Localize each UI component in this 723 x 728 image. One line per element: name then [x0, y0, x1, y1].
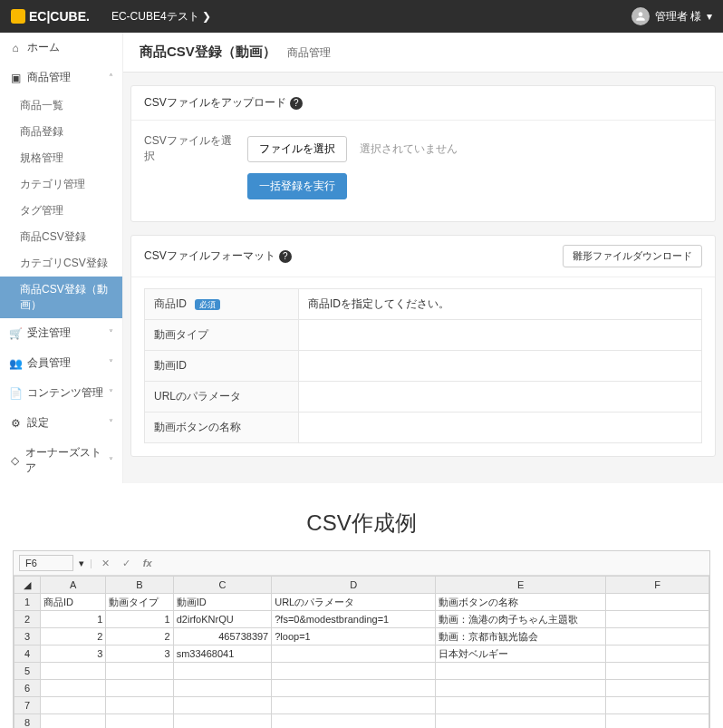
- cell[interactable]: 3: [106, 645, 173, 663]
- cell[interactable]: [606, 611, 709, 628]
- cell[interactable]: [606, 697, 709, 714]
- cell[interactable]: [272, 645, 436, 663]
- brand-logo[interactable]: EC|CUBE.: [11, 9, 90, 24]
- cell[interactable]: [272, 697, 436, 714]
- cell[interactable]: 商品ID: [40, 594, 105, 611]
- cell[interactable]: [173, 714, 272, 729]
- row-header[interactable]: 1: [14, 594, 41, 611]
- cell[interactable]: [606, 680, 709, 697]
- row-header[interactable]: 2: [14, 611, 41, 628]
- col-header[interactable]: C: [173, 577, 272, 594]
- row-header[interactable]: 4: [14, 645, 41, 663]
- sidebar-item-contents[interactable]: 📄 コンテンツ管理 ˅: [0, 378, 122, 408]
- cell[interactable]: [436, 663, 606, 680]
- col-header[interactable]: A: [40, 577, 105, 594]
- cell[interactable]: d2irfoKNrQU: [173, 611, 272, 628]
- cell[interactable]: [173, 663, 272, 680]
- cell[interactable]: [106, 714, 173, 729]
- page-title: 商品CSV登録（動画）: [140, 44, 276, 61]
- sidebar-item-settings[interactable]: ⚙ 設定 ˅: [0, 408, 122, 438]
- cell[interactable]: sm33468041: [173, 645, 272, 663]
- cell[interactable]: 動画ボタンの名称: [436, 594, 606, 611]
- sidebar-sub-spec[interactable]: 規格管理: [0, 145, 122, 171]
- format-head-label: CSVファイルフォーマット: [144, 248, 275, 264]
- cell[interactable]: ?loop=1: [272, 628, 436, 645]
- cell[interactable]: 日本対ベルギー: [436, 645, 606, 663]
- accept-icon[interactable]: ✓: [119, 556, 134, 571]
- row-header[interactable]: 8: [14, 714, 41, 729]
- col-header[interactable]: E: [436, 577, 606, 594]
- fx-icon[interactable]: fx: [140, 556, 156, 570]
- sidebar-item-member[interactable]: 👥 会員管理 ˅: [0, 348, 122, 378]
- cell[interactable]: 1: [106, 611, 173, 628]
- cell[interactable]: [106, 697, 173, 714]
- col-header[interactable]: D: [272, 577, 436, 594]
- sheet-toolbar: F6 ▾ | ✕ ✓ fx: [14, 551, 709, 576]
- cell[interactable]: 動画：漁港の肉子ちゃん主題歌: [436, 611, 606, 628]
- sidebar-sub-csv-category[interactable]: カテゴリCSV登録: [0, 250, 122, 277]
- cell[interactable]: 2: [40, 628, 105, 645]
- cell[interactable]: [272, 663, 436, 680]
- sidebar-sub-csv-video[interactable]: 商品CSV登録（動画）: [0, 277, 122, 318]
- user-menu[interactable]: 管理者 様 ▾: [631, 7, 712, 25]
- execute-import-button[interactable]: 一括登録を実行: [247, 173, 347, 199]
- cell[interactable]: [606, 594, 709, 611]
- cell[interactable]: [436, 714, 606, 729]
- cell[interactable]: 動画タイプ: [106, 594, 173, 611]
- cell[interactable]: URLのパラメータ: [272, 594, 436, 611]
- cell[interactable]: [606, 645, 709, 663]
- cell[interactable]: [606, 714, 709, 729]
- row-header[interactable]: 3: [14, 628, 41, 645]
- sidebar-sub-csv-product[interactable]: 商品CSV登録: [0, 224, 122, 250]
- file-select-button[interactable]: ファイルを選択: [247, 136, 347, 162]
- sidebar-sub-product-new[interactable]: 商品登録: [0, 119, 122, 145]
- help-icon[interactable]: ?: [290, 97, 303, 110]
- cell[interactable]: [106, 663, 173, 680]
- format-val: [299, 351, 702, 382]
- cell[interactable]: 1: [40, 611, 105, 628]
- cell[interactable]: [606, 628, 709, 645]
- sidebar-item-product[interactable]: ▣ 商品管理 ˄: [0, 63, 122, 92]
- dropdown-icon[interactable]: ▾: [79, 558, 84, 569]
- cell[interactable]: 動画：京都市観光協会: [436, 628, 606, 645]
- sidebar-item-home[interactable]: ⌂ ホーム: [0, 33, 122, 63]
- row-header[interactable]: 5: [14, 663, 41, 680]
- cell[interactable]: [272, 680, 436, 697]
- cell[interactable]: [40, 680, 105, 697]
- cell[interactable]: [40, 714, 105, 729]
- sidebar-sub-tag[interactable]: タグ管理: [0, 198, 122, 224]
- select-all-corner[interactable]: ◢: [14, 577, 41, 594]
- help-icon[interactable]: ?: [279, 250, 292, 263]
- cell[interactable]: 動画ID: [173, 594, 272, 611]
- cell[interactable]: [436, 680, 606, 697]
- cell[interactable]: [173, 680, 272, 697]
- cell[interactable]: [606, 663, 709, 680]
- cancel-icon[interactable]: ✕: [98, 556, 113, 571]
- site-name: EC-CUBE4テスト: [111, 10, 199, 23]
- cell-reference-box[interactable]: F6: [19, 555, 73, 571]
- cell[interactable]: [173, 697, 272, 714]
- download-template-button[interactable]: 雛形ファイルダウンロード: [563, 245, 702, 267]
- sidebar-sub-product-list[interactable]: 商品一覧: [0, 92, 122, 119]
- formula-bar[interactable]: [161, 557, 704, 570]
- upload-head-label: CSVファイルをアップロード: [144, 95, 286, 111]
- cube-icon: [11, 9, 25, 24]
- cell[interactable]: 465738397: [173, 628, 272, 645]
- row-header[interactable]: 6: [14, 680, 41, 697]
- spreadsheet-grid[interactable]: ◢ A B C D E F 1 商品ID 動画タイプ 動画ID URLのパラメー…: [14, 576, 709, 728]
- row-header[interactable]: 7: [14, 697, 41, 714]
- sidebar-item-owners[interactable]: ◇ オーナーズストア ˅: [0, 438, 122, 483]
- sidebar-item-order[interactable]: 🛒 受注管理 ˅: [0, 318, 122, 348]
- cell[interactable]: [40, 663, 105, 680]
- cell[interactable]: 3: [40, 645, 105, 663]
- col-header[interactable]: F: [606, 577, 709, 594]
- sidebar-sub-category[interactable]: カテゴリ管理: [0, 171, 122, 198]
- cell[interactable]: ?fs=0&modestbranding=1: [272, 611, 436, 628]
- col-header[interactable]: B: [106, 577, 173, 594]
- cell[interactable]: 2: [106, 628, 173, 645]
- cell[interactable]: [436, 697, 606, 714]
- cell[interactable]: [106, 680, 173, 697]
- site-switcher[interactable]: EC-CUBE4テスト ❯: [111, 9, 211, 24]
- cell[interactable]: [272, 714, 436, 729]
- cell[interactable]: [40, 697, 105, 714]
